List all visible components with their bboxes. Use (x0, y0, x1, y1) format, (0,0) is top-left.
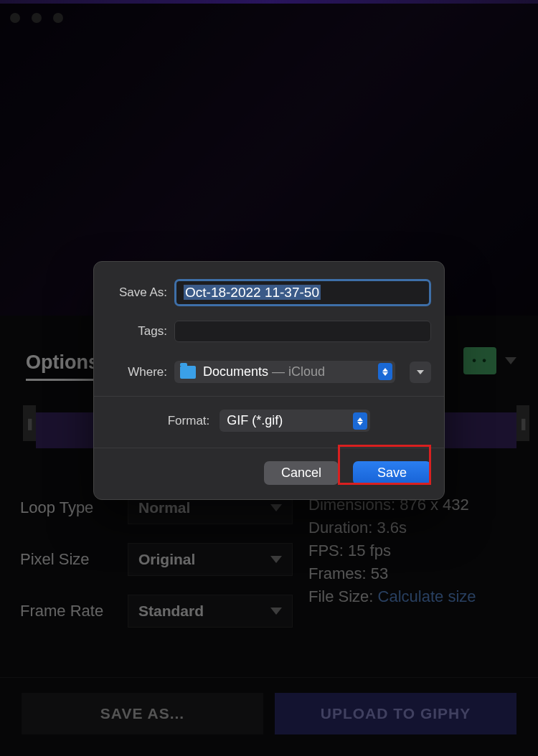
cancel-button[interactable]: Cancel (264, 461, 339, 485)
filename-value: Oct-18-2022 11-37-50 (184, 285, 321, 300)
updown-icon (353, 412, 367, 430)
save-button[interactable]: Save (353, 461, 431, 485)
filename-input[interactable]: Oct-18-2022 11-37-50 (174, 279, 431, 306)
folder-icon (180, 366, 196, 379)
updown-icon (378, 363, 392, 380)
save-as-label: Save As: (107, 285, 167, 300)
format-value: GIF (*.gif) (227, 413, 283, 427)
tags-label: Tags: (107, 324, 167, 339)
expand-browser-button[interactable] (410, 362, 431, 383)
where-select[interactable]: Documents — iCloud (174, 361, 395, 383)
where-folder-suffix: — iCloud (268, 364, 325, 379)
tags-input[interactable] (174, 321, 431, 342)
chevron-down-icon (417, 370, 424, 374)
format-select[interactable]: GIF (*.gif) (220, 410, 370, 432)
where-value: Documents — iCloud (203, 364, 325, 379)
where-folder-name: Documents (203, 364, 268, 379)
where-label: Where: (107, 365, 167, 379)
save-dialog: Save As: Oct-18-2022 11-37-50 Tags: Wher… (93, 261, 445, 500)
format-label: Format: (168, 414, 210, 428)
